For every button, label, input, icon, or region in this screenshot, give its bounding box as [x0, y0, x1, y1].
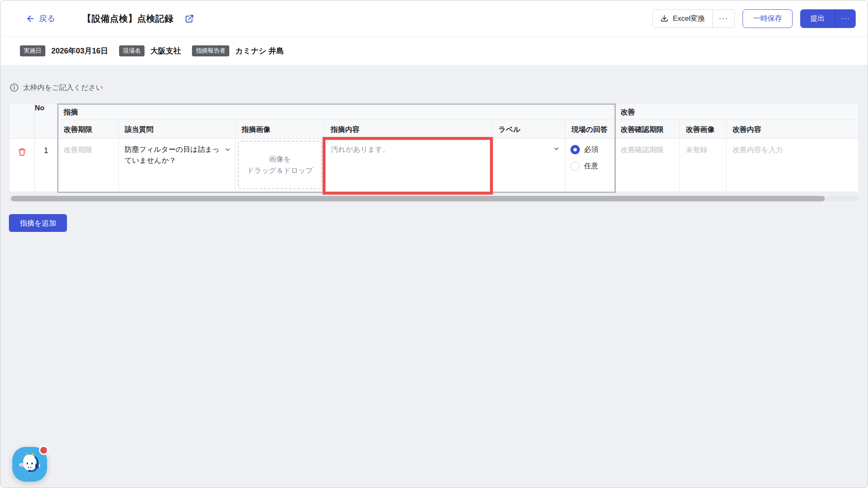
header-actions-col	[9, 104, 35, 139]
goat-mascot-icon	[17, 452, 42, 477]
radio-required-label: 必須	[584, 145, 598, 154]
implementation-date-value: 2026年03月16日	[51, 46, 108, 56]
external-link-icon[interactable]	[184, 14, 195, 24]
submit-button[interactable]: 提出	[800, 9, 835, 28]
question-select-cell[interactable]: 防塵フィルターの目は詰まっていませんか？	[119, 139, 236, 192]
support-chat-button[interactable]	[12, 447, 47, 482]
meta-bar: 実施日 2026年03月16日 現場名 大阪支社 指摘報告者 カミナシ 井島	[0, 37, 868, 65]
delete-row-cell	[9, 139, 35, 192]
header-label: ラベル	[492, 120, 565, 139]
kaizen-confirm-cell[interactable]: 改善確認期限	[615, 139, 680, 192]
shiteki-image-cell: 画像を ドラッグ＆ドロップ	[236, 139, 325, 192]
back-label: 戻る	[39, 13, 55, 24]
back-link[interactable]: 戻る	[26, 13, 55, 24]
header-no: No	[35, 104, 58, 139]
kaizen-image-cell: 未登録	[680, 139, 726, 192]
scrollbar-thumb[interactable]	[11, 196, 825, 201]
header-shiteki-image: 指摘画像	[236, 120, 325, 139]
shiteki-content-text: 汚れがあります。	[326, 140, 490, 159]
group-header-kaizen: 改善	[615, 104, 859, 120]
header-kaizen-confirm: 改善確認期限	[615, 120, 680, 139]
chevron-down-icon	[224, 145, 231, 156]
main-content: 太枠内をご記入ください No 指摘 改善 改善期限 該当質問	[0, 83, 868, 232]
arrow-left-icon	[26, 14, 35, 23]
kaizen-kigen-cell[interactable]: 改善期限	[58, 139, 119, 192]
header-question: 該当質問	[119, 120, 236, 139]
kaizen-confirm-placeholder: 改善確認期限	[615, 139, 679, 161]
info-icon	[10, 83, 19, 92]
label-select-cell[interactable]	[492, 139, 565, 192]
notice-text: 太枠内をご記入ください	[23, 83, 103, 92]
temp-save-button[interactable]: 一時保存	[743, 9, 793, 28]
excel-export-button[interactable]: Excel変換	[653, 10, 712, 28]
topbar-actions: Excel変換 ··· 一時保存 提出 ···	[652, 9, 856, 28]
horizontal-scrollbar[interactable]	[9, 196, 858, 201]
question-text: 防塵フィルターの目は詰まっていませんか？	[125, 145, 220, 165]
header-kaizen-image: 改善画像	[680, 120, 726, 139]
badge-reporter: 指摘報告者	[192, 45, 229, 56]
kaizen-content-placeholder: 改善内容を入力	[726, 139, 858, 161]
kaizen-image-placeholder: 未登録	[680, 139, 726, 161]
radio-unselected-icon	[570, 162, 580, 171]
dropzone-line1: 画像を	[269, 153, 291, 165]
radio-optional-label: 任意	[584, 161, 598, 171]
header-site-answer: 現場の回答	[565, 120, 615, 139]
top-bar: 戻る 【設備点検】点検記録 Excel変換 ··· 一時保存 提出 ···	[0, 0, 868, 37]
submit-more-button[interactable]: ···	[835, 9, 856, 28]
radio-selected-icon	[570, 145, 580, 154]
excel-more-button[interactable]: ···	[712, 10, 734, 28]
badge-implementation-date: 実施日	[20, 45, 45, 56]
badge-site-name: 現場名	[119, 45, 145, 56]
reporter-value: カミナシ 井島	[235, 46, 284, 56]
header-kaizen-content: 改善内容	[726, 120, 859, 139]
image-dropzone[interactable]: 画像を ドラッグ＆ドロップ	[238, 141, 322, 189]
trash-icon[interactable]	[17, 147, 27, 156]
site-answer-cell: 必須 任意	[565, 139, 615, 192]
app-window: 戻る 【設備点検】点検記録 Excel変換 ··· 一時保存 提出 ··· 実施…	[0, 0, 868, 488]
header-shiteki-content: 指摘内容	[325, 120, 492, 139]
download-icon	[660, 14, 668, 22]
site-name-value: 大阪支社	[150, 46, 181, 56]
kaizen-content-cell[interactable]: 改善内容を入力	[726, 139, 859, 192]
excel-export-group: Excel変換 ···	[652, 9, 735, 28]
notice: 太枠内をご記入ください	[10, 83, 868, 92]
shiteki-content-textarea[interactable]: 汚れがあります。	[323, 137, 493, 195]
submit-group: 提出 ···	[800, 9, 856, 28]
chevron-down-icon	[553, 145, 560, 154]
excel-export-label: Excel変換	[673, 14, 705, 23]
kaizen-kigen-placeholder: 改善期限	[58, 139, 118, 161]
row-number: 1	[35, 139, 58, 192]
inspection-table-area: No 指摘 改善 改善期限 該当質問 指摘画像 指摘内容 ラベル 現場の回答 改…	[9, 103, 859, 201]
add-shiteki-button[interactable]: 指摘を追加	[9, 214, 67, 232]
radio-required[interactable]: 必須	[570, 145, 614, 154]
group-header-shiteki: 指摘	[58, 104, 615, 120]
header-kaizen-kigen: 改善期限	[58, 120, 119, 139]
notification-dot	[39, 446, 48, 455]
page-title: 【設備点検】点検記録	[82, 13, 173, 25]
radio-optional[interactable]: 任意	[570, 161, 614, 171]
dropzone-line2: ドラッグ＆ドロップ	[247, 165, 313, 176]
